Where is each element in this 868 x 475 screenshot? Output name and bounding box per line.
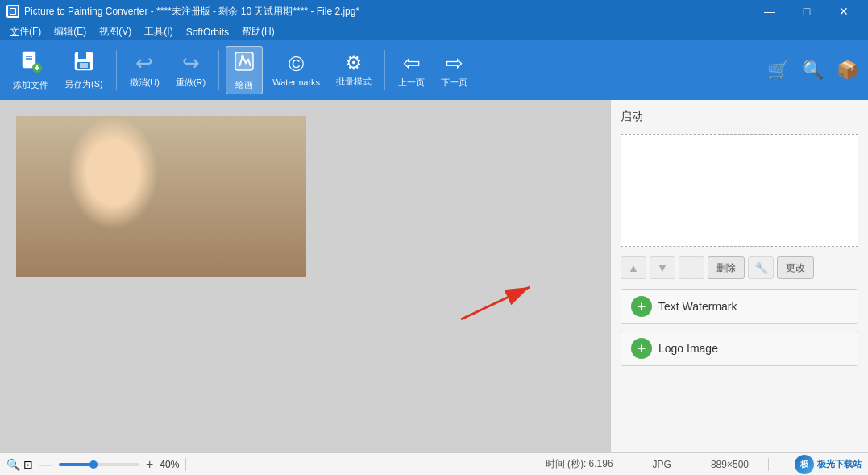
red-arrow-indicator: [445, 279, 542, 327]
move-down-button[interactable]: ▼: [650, 256, 675, 279]
svg-rect-17: [16, 229, 306, 277]
add-logo-image-button[interactable]: + Logo Image: [621, 331, 858, 366]
svg-rect-12: [80, 63, 88, 68]
watermarks-label: Watermarks: [272, 77, 320, 87]
box-icon[interactable]: 📦: [833, 56, 862, 84]
redo-icon: ↪: [182, 52, 200, 73]
zoom-minus-button[interactable]: —: [39, 457, 52, 472]
zoom-slider-thumb: [89, 460, 98, 469]
remove-button[interactable]: —: [679, 256, 704, 279]
change-button[interactable]: 更改: [777, 256, 814, 279]
app-icon: [6, 5, 19, 18]
cart-icon[interactable]: 🛒: [764, 56, 792, 84]
status-separator-4: [768, 458, 769, 471]
close-button[interactable]: ✕: [826, 0, 862, 23]
svg-point-20: [89, 193, 177, 277]
zoom-slider[interactable]: [59, 463, 139, 466]
menu-file[interactable]: 文件(F): [3, 23, 48, 41]
add-file-button[interactable]: 添加文件: [6, 46, 55, 94]
delete-button[interactable]: 删除: [708, 256, 745, 279]
svg-point-27: [105, 201, 129, 217]
right-panel: 启动 ▲ ▼ — 删除 🔧 更改 + Text Watermark + Logo…: [610, 100, 868, 452]
title-bar-left: Picture to Painting Converter - ****未注册版…: [6, 5, 359, 19]
undo-button[interactable]: ↩ 撤消(U): [123, 46, 166, 94]
save-as-label: 另存为(S): [64, 78, 103, 90]
status-separator-3: [691, 458, 691, 471]
watermark-list: [621, 134, 858, 247]
add-file-label: 添加文件: [13, 79, 48, 91]
draw-icon: [233, 50, 255, 76]
maximize-button[interactable]: □: [789, 0, 824, 23]
add-text-watermark-button[interactable]: + Text Watermark: [621, 289, 858, 324]
zoom-search-icon: 🔍: [6, 458, 20, 471]
svg-rect-21: [121, 189, 145, 217]
canvas-image: [16, 116, 306, 277]
svg-rect-10: [78, 52, 86, 59]
batch-mode-button[interactable]: ⚙ 批量模式: [330, 46, 378, 94]
zoom-slider-fill: [59, 463, 91, 466]
canvas-area: [0, 100, 610, 452]
branding-logo: 极 极光下载站: [795, 455, 862, 474]
toolbar-right: 🛒 🔍 📦: [764, 56, 862, 84]
add-text-icon: +: [631, 296, 652, 317]
prev-icon: ⇦: [403, 52, 421, 73]
logo-emblem: 极: [795, 455, 814, 474]
save-as-button[interactable]: 另存为(S): [58, 46, 110, 94]
zoom-plus-button[interactable]: +: [146, 457, 153, 472]
svg-point-23: [101, 132, 165, 181]
draw-label: 绘画: [235, 79, 253, 91]
logo-image-label: Logo Image: [658, 342, 718, 355]
batch-label: 批量模式: [336, 76, 372, 88]
window-title: Picture to Painting Converter - ****未注册版…: [24, 5, 359, 19]
redo-button[interactable]: ↪ 重做(R): [169, 46, 212, 94]
save-icon: [73, 51, 94, 75]
watermarks-button[interactable]: © Watermarks: [266, 46, 326, 94]
search-icon[interactable]: 🔍: [799, 56, 827, 84]
batch-icon: ⚙: [345, 53, 363, 73]
status-separator-1: [185, 458, 186, 471]
undo-icon: ↩: [135, 52, 153, 73]
status-info: 时间 (秒): 6.196 JPG 889×500 极 极光下载站: [546, 455, 862, 474]
svg-point-25: [119, 172, 127, 178]
dimensions-info: 889×500: [711, 459, 749, 470]
main-content: 启动 ▲ ▼ — 删除 🔧 更改 + Text Watermark + Logo…: [0, 100, 868, 452]
logo-text: 极光下载站: [817, 458, 862, 470]
toolbar-sep-2: [218, 50, 219, 90]
zoom-value: 40%: [160, 459, 179, 470]
zoom-frame-icon: ⊡: [23, 458, 33, 471]
menu-view[interactable]: 视图(V): [93, 23, 138, 41]
toolbar: 添加文件 另存为(S) ↩ 撤消(U) ↪ 重做(R) 绘画: [0, 40, 868, 100]
time-info: 时间 (秒): 6.196: [546, 457, 613, 471]
next-icon: ⇨: [446, 52, 463, 73]
menu-softorbits[interactable]: SoftOrbits: [180, 23, 235, 41]
svg-rect-18: [177, 181, 306, 245]
draw-button[interactable]: 绘画: [226, 46, 263, 94]
window-controls: — □ ✕: [752, 0, 862, 23]
svg-rect-2: [10, 9, 15, 14]
panel-controls: ▲ ▼ — 删除 🔧 更改: [621, 256, 858, 279]
svg-rect-19: [177, 181, 306, 205]
next-label: 下一页: [441, 77, 467, 89]
svg-rect-15: [16, 116, 306, 277]
menu-help[interactable]: 帮助(H): [235, 23, 281, 41]
panel-title: 启动: [621, 110, 858, 124]
edit-button[interactable]: 🔧: [748, 256, 774, 279]
text-watermark-label: Text Watermark: [658, 300, 737, 313]
menu-tools[interactable]: 工具(I): [138, 23, 179, 41]
status-separator-2: [633, 458, 633, 471]
minimize-button[interactable]: —: [752, 0, 787, 23]
prev-label: 上一页: [398, 77, 425, 89]
move-up-button[interactable]: ▲: [621, 256, 646, 279]
svg-line-29: [461, 287, 530, 319]
prev-page-button[interactable]: ⇦ 上一页: [392, 46, 431, 94]
svg-rect-16: [16, 116, 306, 197]
format-info: JPG: [653, 459, 671, 470]
toolbar-sep-3: [384, 50, 385, 90]
svg-point-14: [241, 55, 244, 58]
zoom-controls: 🔍 ⊡ — + 40%: [6, 457, 179, 472]
menu-edit[interactable]: 编辑(E): [48, 23, 93, 41]
watermarks-icon: ©: [289, 53, 304, 74]
svg-point-26: [137, 172, 145, 178]
toolbar-sep-1: [116, 50, 117, 90]
next-page-button[interactable]: ⇨ 下一页: [434, 46, 474, 94]
